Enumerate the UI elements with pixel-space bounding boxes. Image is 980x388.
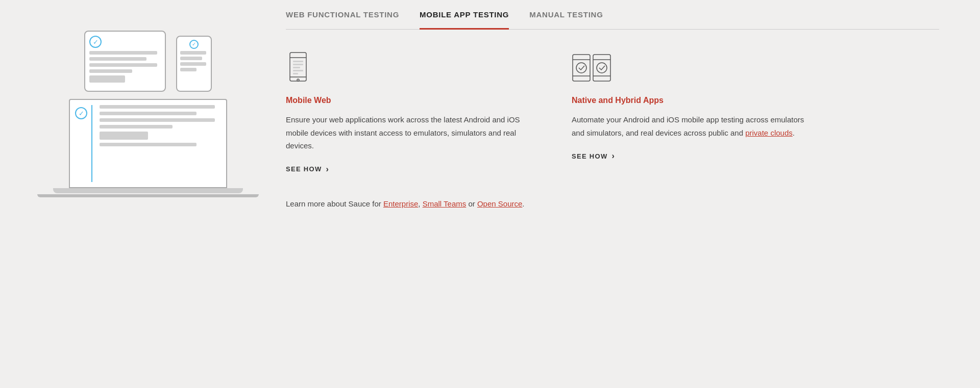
laptop-block [100, 132, 148, 140]
phone-line-4 [180, 68, 197, 71]
native-hybrid-icon [572, 50, 817, 86]
phone-screen-content [180, 51, 208, 88]
tabs-nav: WEB FUNCTIONAL TESTING MOBILE APP TESTIN… [286, 0, 939, 30]
laptop-foot [37, 194, 259, 197]
laptop-line-1 [100, 105, 215, 109]
devices-group: ✓ ✓ [69, 31, 227, 197]
phone-line-1 [180, 51, 206, 55]
laptop-right-section [100, 105, 221, 182]
laptop-line-3 [100, 118, 215, 122]
laptop-line-2 [100, 112, 197, 115]
tab-mobile-app[interactable]: MOBILE APP TESTING [420, 0, 529, 29]
laptop-line-4 [100, 125, 173, 128]
svg-rect-5 [293, 67, 300, 68]
phone-line-3 [180, 62, 206, 66]
laptop-device: ✓ [69, 99, 227, 197]
tablet-line-4 [89, 69, 132, 73]
mobile-web-see-how[interactable]: SEE HOW › [286, 165, 531, 174]
small-teams-link[interactable]: Small Teams [423, 199, 467, 208]
svg-point-8 [297, 79, 299, 81]
mobile-web-desc: Ensure your web applications work across… [286, 113, 531, 152]
phone-check-circle: ✓ [189, 40, 199, 49]
tablet-screen-content [89, 51, 161, 87]
tablet-block [89, 75, 125, 83]
tab-content-area: Mobile Web Ensure your web applications … [286, 30, 939, 174]
tablet-line-2 [89, 57, 146, 61]
footer-section: Learn more about Sauce for Enterprise, S… [286, 174, 939, 223]
content-panel: WEB FUNCTIONAL TESTING MOBILE APP TESTIN… [255, 0, 939, 223]
native-hybrid-title: Native and Hybrid Apps [572, 96, 817, 105]
phone-checkmark: ✓ [192, 42, 196, 47]
svg-point-16 [597, 63, 607, 73]
svg-rect-9 [573, 55, 590, 81]
tablet-line-1 [89, 51, 157, 55]
laptop-line-5 [100, 143, 197, 146]
open-source-link[interactable]: Open Source [477, 199, 522, 208]
tab-manual[interactable]: MANUAL TESTING [529, 0, 623, 29]
enterprise-link[interactable]: Enterprise [383, 199, 418, 208]
laptop-divider [91, 105, 92, 182]
laptop-left-section: ✓ [75, 105, 88, 119]
devices-illustration-panel: ✓ ✓ [41, 0, 255, 197]
top-devices-row: ✓ ✓ [84, 31, 212, 92]
phone-line-2 [180, 57, 202, 60]
see-how-arrow-2: › [612, 151, 616, 161]
mobile-web-icon [286, 50, 531, 86]
mobile-web-title: Mobile Web [286, 96, 531, 105]
svg-rect-3 [293, 61, 303, 62]
svg-rect-6 [293, 70, 303, 71]
native-hybrid-desc: Automate your Android and iOS mobile app… [572, 113, 817, 139]
laptop-check-circle: ✓ [75, 107, 87, 119]
svg-rect-4 [293, 64, 303, 65]
laptop-checkmark: ✓ [79, 110, 84, 117]
laptop-screen: ✓ [69, 99, 227, 188]
svg-rect-7 [293, 73, 298, 74]
private-clouds-link[interactable]: private clouds [745, 128, 793, 137]
feature-mobile-web: Mobile Web Ensure your web applications … [286, 50, 531, 174]
see-how-arrow-1: › [326, 165, 330, 174]
tablet-line-3 [89, 63, 157, 67]
native-hybrid-see-how[interactable]: SEE HOW › [572, 151, 817, 161]
tab-web-functional[interactable]: WEB FUNCTIONAL TESTING [286, 0, 420, 29]
tablet-checkmark: ✓ [93, 39, 99, 45]
svg-point-12 [576, 63, 586, 73]
phone-device: ✓ [176, 36, 212, 92]
tablet-device: ✓ [84, 31, 166, 92]
laptop-base [53, 188, 243, 193]
svg-rect-13 [593, 55, 610, 81]
tablet-check-circle: ✓ [89, 36, 102, 48]
feature-native-hybrid: Native and Hybrid Apps Automate your And… [572, 50, 817, 174]
